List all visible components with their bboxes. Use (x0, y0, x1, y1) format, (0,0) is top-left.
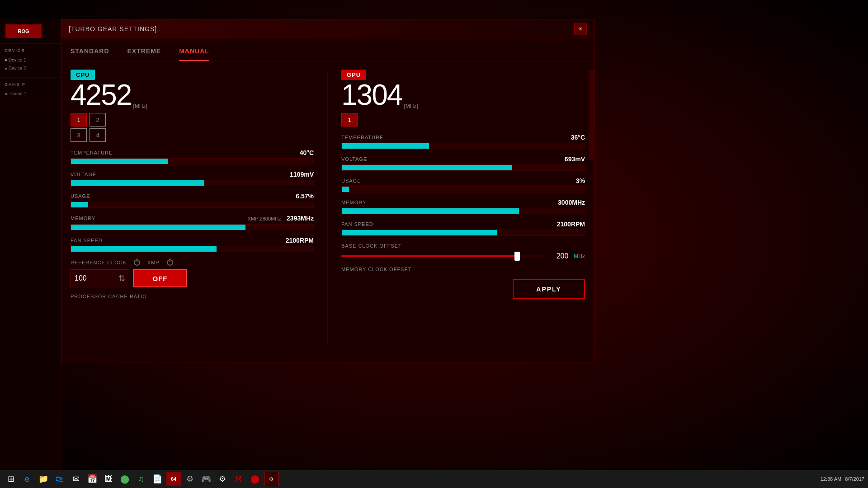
scrollbar[interactable] (588, 69, 594, 362)
gpu-left: GPU 1304 [MHz] 1 (341, 70, 418, 127)
cpu-usage-fill (71, 202, 88, 207)
cpu-temperature-row: TEMPERATURE 40°C (71, 149, 314, 164)
gpu-usage-label: USAGE (341, 178, 361, 183)
left-sidebar: ROG DEVICE ● Device 1 ● Device 2 GAME P … (0, 19, 61, 471)
cpu-memory-sub: XMP:2800MHz (248, 216, 281, 221)
taskbar-active[interactable]: ⚙ (264, 472, 278, 486)
sidebar-game-item1[interactable]: ► Game 1 (5, 89, 56, 98)
cpu-temp-fill (71, 159, 168, 164)
taskbar-rog[interactable]: R (231, 472, 246, 486)
cpu-memory-track (71, 224, 314, 230)
taskbar-store[interactable]: 🛍 (52, 472, 67, 486)
taskbar-64[interactable]: 64 (166, 472, 181, 486)
tab-standard[interactable]: STANDARD (71, 47, 109, 61)
taskbar-misc[interactable]: 🎮 (199, 472, 213, 486)
refclock-header: REFERENCE CLOCK XMP (71, 259, 314, 266)
taskbar-calendar[interactable]: 📅 (85, 472, 99, 486)
gpu-usage-header: USAGE 3% (341, 177, 585, 184)
tab-manual[interactable]: MANUAL (179, 47, 209, 61)
cpu-usage-value: 6.57% (296, 192, 314, 200)
cpu-freq-unit: [MHz] (133, 103, 147, 109)
gpu-fan-track (341, 230, 585, 236)
gpu-freq-unit: [MHz] (404, 103, 418, 109)
taskbar-steam[interactable]: ⚙ (183, 472, 197, 486)
cpu-fan-header: FAN SPEED 2100RPM (71, 237, 314, 244)
gpu-voltage-track (341, 164, 585, 171)
taskbar-office[interactable]: 📄 (150, 472, 165, 486)
spinner-icon: ⇅ (118, 273, 125, 283)
base-clock-fill (341, 255, 514, 257)
gpu-usage-row: USAGE 3% (341, 177, 585, 192)
gpu-usage-fill (342, 187, 349, 192)
cpu-temp-value: 40°C (300, 149, 314, 156)
cpu-temp-header: TEMPERATURE 40°C (71, 149, 314, 156)
taskbar-mail[interactable]: ✉ (69, 472, 83, 486)
cpu-usage-header: USAGE 6.57% (71, 192, 314, 200)
sidebar-logo: ROG (0, 19, 61, 44)
logo: ROG (5, 24, 42, 38)
cpu-voltage-label: VOLTAGE (71, 172, 96, 177)
cpu-voltage-header: VOLTAGE 1109mV (71, 171, 314, 178)
base-clock-slider-row: 200 MHz (341, 252, 585, 260)
taskbar-ie[interactable]: e (20, 472, 34, 486)
base-clock-section: BASE CLOCK OFFSET 200 MHz MEMORY CLOCK O… (341, 243, 585, 299)
gpu-temp-value: 36°C (571, 134, 585, 141)
taskbar-settings[interactable]: ⚙ (215, 472, 230, 486)
core-btn-2[interactable]: 2 (90, 113, 106, 127)
base-clock-track[interactable] (341, 255, 545, 257)
gpu-fan-label: FAN SPEED (341, 221, 373, 227)
xmp-power-icon[interactable] (167, 259, 173, 266)
core-btn-4[interactable]: 4 (90, 128, 106, 142)
dialog-titlebar: [TURBO GEAR SETTINGS] × (61, 19, 594, 38)
taskbar-folder[interactable]: 📁 (36, 472, 51, 486)
gpu-temp-header: TEMPERATURE 36°C (341, 134, 585, 141)
close-button[interactable]: × (574, 23, 587, 35)
base-clock-unit: MHz (574, 253, 585, 259)
gpu-panel: GPU 1304 [MHz] 1 TEMPERATURE 36°C (328, 70, 585, 345)
gpu-core-btn-1[interactable]: 1 (341, 113, 358, 127)
cpu-usage-label: USAGE (71, 193, 90, 199)
sidebar-section-device: DEVICE ● Device 1 ● Device 2 (0, 44, 61, 78)
gpu-memory-row: MEMORY 3000MHz (341, 199, 585, 214)
cpu-fan-track (71, 246, 314, 252)
taskbar-start[interactable]: ⊞ (4, 472, 18, 486)
core-btn-1[interactable]: 1 (71, 113, 87, 127)
gpu-header: GPU 1304 [MHz] 1 (341, 70, 585, 127)
apply-button[interactable]: APPLY (513, 279, 585, 299)
gpu-freq: 1304 (341, 80, 402, 109)
refclock-input-value: 100 (75, 274, 87, 282)
cpu-memory-values: XMP:2800MHz 2393MHz (248, 214, 314, 222)
gpu-usage-track (341, 186, 585, 192)
turbo-gear-dialog: [TURBO GEAR SETTINGS] × STANDARD EXTREME… (61, 19, 594, 362)
refclock-input[interactable]: 100 ⇅ (71, 269, 129, 287)
taskbar-spotify[interactable]: ♫ (134, 472, 148, 486)
memory-clock-label: MEMORY CLOCK OFFSET (341, 267, 585, 272)
taskbar-photos[interactable]: 🖼 (101, 472, 116, 486)
gpu-usage-value: 3% (576, 177, 585, 184)
game-section-label: GAME P (5, 82, 56, 87)
base-clock-thumb[interactable] (514, 252, 520, 261)
taskbar-chrome[interactable]: ⬤ (118, 472, 132, 486)
cpu-voltage-row: VOLTAGE 1109mV (71, 171, 314, 186)
sidebar-device-item1[interactable]: ● Device 1 (5, 56, 56, 64)
cpu-fan-row: FAN SPEED 2100RPM (71, 237, 314, 252)
gpu-voltage-value: 693mV (565, 155, 585, 163)
gpu-fan-header: FAN SPEED 2100RPM (341, 221, 585, 228)
cpu-fan-fill (71, 246, 217, 252)
cpu-voltage-track (71, 180, 314, 186)
core-btn-3[interactable]: 3 (71, 128, 87, 142)
xmp-toggle[interactable]: OFF (133, 269, 187, 287)
taskbar-right: 12:38 AM 8/7/2017 (821, 476, 864, 482)
refclock-power-icon[interactable] (134, 259, 140, 266)
cpu-memory-label: MEMORY (71, 216, 95, 221)
refclock-inputs: 100 ⇅ OFF (71, 269, 314, 287)
tabs-container: STANDARD EXTREME MANUAL (61, 38, 594, 61)
gpu-fan-row: FAN SPEED 2100RPM (341, 221, 585, 236)
device-section-label: DEVICE (5, 48, 56, 53)
tab-extreme[interactable]: EXTREME (127, 47, 161, 61)
taskbar-util[interactable]: ⬤ (248, 472, 262, 486)
sidebar-device-item2[interactable]: ● Device 2 (5, 64, 56, 73)
gpu-temperature-row: TEMPERATURE 36°C (341, 134, 585, 149)
cpu-fan-value: 2100RPM (286, 237, 314, 244)
taskbar-date: 8/7/2017 (845, 476, 864, 482)
